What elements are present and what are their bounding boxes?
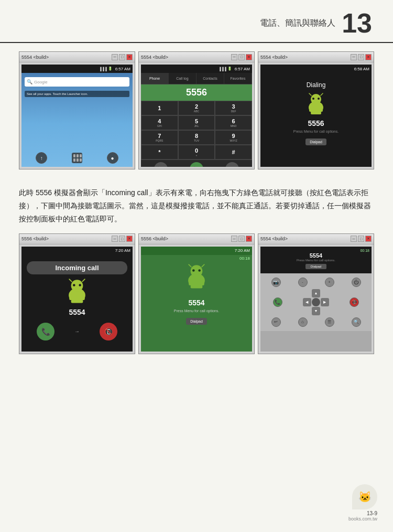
tab-calllog[interactable]: Call log xyxy=(169,73,196,84)
minimize-btn-2[interactable]: ─ xyxy=(231,54,237,60)
tab-favorites-label: Favorites xyxy=(231,77,246,80)
signal-icon-2: ▐▐▐ xyxy=(219,67,226,71)
titlebar-4: 5556 <build> ─ □ ✕ xyxy=(19,234,135,244)
dialpad-btn-5[interactable]: Dialpad xyxy=(186,318,207,325)
search-ctrl-btn[interactable]: 🔍 xyxy=(352,317,361,327)
key-8[interactable]: 8TUV xyxy=(178,130,215,145)
answer-call-btn[interactable]: 📞 xyxy=(37,323,54,341)
key-5[interactable]: 5JKL xyxy=(178,115,215,130)
dialer-tabs: Phone Call log Contacts Favorites xyxy=(141,73,252,84)
android-bot-area-4 xyxy=(21,279,133,305)
minimize-btn-4[interactable]: ─ xyxy=(112,236,118,242)
page-number: 13-9 xyxy=(367,510,377,516)
home-ctrl-btn[interactable]: ⌂ xyxy=(298,317,308,327)
maximize-btn-6[interactable]: □ xyxy=(358,236,364,242)
dpad-down[interactable]: ▼ xyxy=(312,307,320,315)
dpad-center[interactable] xyxy=(312,298,320,306)
control-bottom-row: ↩ ⌂ ☰ 🔍 xyxy=(263,317,369,327)
backspace-btn[interactable]: ⌫ xyxy=(225,162,239,167)
minimize-btn-6[interactable]: ─ xyxy=(351,236,357,242)
titlebar-5: 5556 <build> ─ □ ✕ xyxy=(139,234,254,244)
close-btn-6[interactable]: ✕ xyxy=(365,236,372,242)
dpad-right[interactable]: ▶ xyxy=(321,298,329,306)
close-btn-5[interactable]: ✕ xyxy=(246,236,252,242)
tab-calllog-label: Call log xyxy=(176,77,188,80)
svg-rect-7 xyxy=(321,107,323,112)
nav-btn-left-1[interactable]: ↑ xyxy=(36,152,47,164)
minimize-btn-1[interactable]: ─ xyxy=(112,54,118,60)
nav-btn-right-1[interactable]: ● xyxy=(107,152,118,164)
key-0[interactable]: 0+ xyxy=(178,145,215,159)
svg-rect-17 xyxy=(71,300,83,303)
maximize-btn-2[interactable]: □ xyxy=(238,54,245,60)
minimize-btn-3[interactable]: ─ xyxy=(351,54,357,60)
apps-grid-1[interactable] xyxy=(72,153,82,163)
voicemail-btn[interactable]: 📞 xyxy=(154,162,168,167)
backspace-icon: ⌫ xyxy=(228,166,236,167)
key-8-letters: TUV xyxy=(194,139,199,142)
maximize-btn-5[interactable]: □ xyxy=(238,236,245,242)
key-7[interactable]: 7PQRS xyxy=(141,130,178,145)
dpad-left[interactable]: ◀ xyxy=(303,298,311,306)
svg-point-21 xyxy=(198,269,201,272)
key-star[interactable]: * xyxy=(141,145,178,159)
tab-phone-label: Phone xyxy=(149,77,160,80)
minimize-btn-5[interactable]: ─ xyxy=(231,236,237,242)
maximize-btn-4[interactable]: □ xyxy=(119,236,125,242)
key-1[interactable]: 1 xyxy=(141,101,178,115)
tab-phone[interactable]: Phone xyxy=(141,73,169,84)
control-screen-top: 00:18 5554 Press Menu for call options. … xyxy=(260,247,372,273)
maximize-btn-1[interactable]: □ xyxy=(119,54,125,60)
call-timer-6: 00:18 xyxy=(360,249,369,252)
dialpad-btn-3[interactable]: Dialpad xyxy=(305,139,326,145)
power-btn[interactable]: ⏻ xyxy=(352,278,361,287)
key-3[interactable]: 3DEF xyxy=(215,101,252,115)
status-bar-1: ▐▐▐ 🔋 6:57 AM xyxy=(21,65,133,73)
close-btn-2[interactable]: ✕ xyxy=(246,54,252,60)
titlebar-title-6: 5554 <build> xyxy=(260,236,351,241)
close-btn-3[interactable]: ✕ xyxy=(365,54,372,60)
reject-call-btn[interactable]: 📵 xyxy=(100,323,117,341)
key-2[interactable]: 2ABC xyxy=(178,101,215,115)
status-bar-3: 6:58 AM xyxy=(260,65,372,73)
tab-contacts[interactable]: Contacts xyxy=(196,73,224,84)
phone-screen-6: 00:18 5554 Press Menu for call options. … xyxy=(260,247,372,352)
close-btn-1[interactable]: ✕ xyxy=(126,54,133,60)
android-bot-area-5 xyxy=(141,264,252,290)
key-9[interactable]: 9WXYZ xyxy=(215,130,252,145)
search-icon-1: 🔍 xyxy=(27,79,32,84)
dpad-up[interactable]: ▲ xyxy=(312,289,320,297)
menu-ctrl-btn[interactable]: ☰ xyxy=(325,317,334,327)
answer-ctrl-btn[interactable]: 📞 xyxy=(273,297,282,307)
svg-point-2 xyxy=(312,98,314,100)
svg-line-13 xyxy=(69,279,72,282)
key-4-num: 4 xyxy=(158,118,161,124)
search-bar-1[interactable]: 🔍 Google xyxy=(25,77,129,87)
key-7-letters: PQRS xyxy=(156,139,163,142)
dialing-content: Dialing 5556 Press Menu for call options… xyxy=(260,73,372,145)
maximize-btn-3[interactable]: □ xyxy=(358,54,364,60)
svg-point-12 xyxy=(79,284,81,286)
key-4[interactable]: 4GHI xyxy=(141,115,178,130)
description-block: 此時 5556 模擬器會顯示「Incoming call」表示有來電，向右拖曳下… xyxy=(19,179,374,233)
vol-up-btn[interactable]: + xyxy=(325,278,334,287)
end-call-ctrl-btn[interactable]: 📵 xyxy=(350,297,359,307)
call-icon: 📞 xyxy=(193,166,200,167)
key-2-num: 2 xyxy=(195,103,198,110)
key-6[interactable]: 6MNO xyxy=(215,115,252,130)
reject-icon: 📵 xyxy=(104,327,113,336)
dot-5 xyxy=(77,158,79,162)
back-btn[interactable]: ↩ xyxy=(271,317,281,327)
tab-favorites[interactable]: Favorites xyxy=(224,73,252,84)
vol-down-btn[interactable]: - xyxy=(298,278,308,287)
call-btn[interactable]: 📞 xyxy=(190,162,203,167)
close-btn-4[interactable]: ✕ xyxy=(126,236,133,242)
control-dialpad-btn[interactable]: Dialpad xyxy=(305,264,326,269)
titlebar-btns-6: ─ □ ✕ xyxy=(351,236,372,242)
dialer-number: 5556 xyxy=(186,87,207,98)
key-hash[interactable]: # xyxy=(215,145,252,159)
camera-btn[interactable]: 📷 xyxy=(271,278,281,287)
home-content-1: 🔍 Google See all your apps. Touch the La… xyxy=(21,73,133,167)
incoming-call-label: Incoming call xyxy=(27,261,127,274)
status-bar-5: 7:20 AM xyxy=(141,247,252,255)
